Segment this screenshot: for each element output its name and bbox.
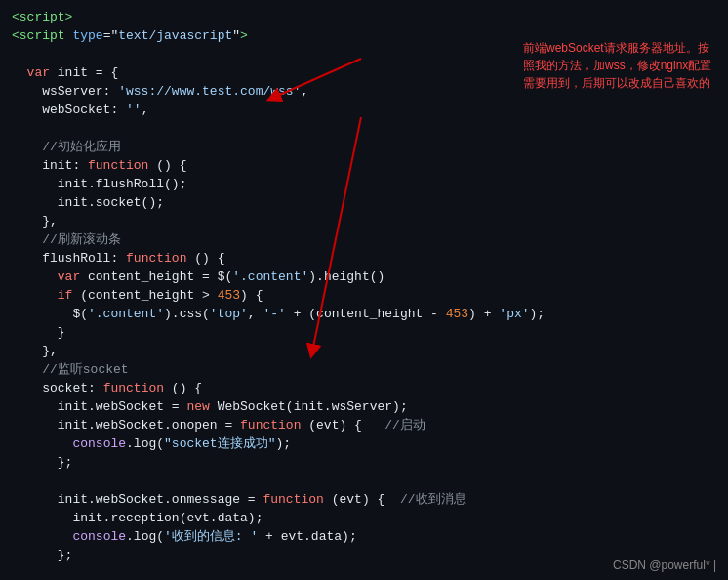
code-line: }, — [0, 342, 728, 360]
code-line: init.webSocket = new WebSocket(init.wsSe… — [0, 397, 728, 416]
code-line: //刷新滚动条 — [0, 230, 728, 249]
code-line: }; — [0, 453, 728, 472]
code-line: init: function () { — [0, 156, 728, 175]
code-line: init.webSocket.onopen = function (evt) {… — [0, 416, 728, 435]
watermark: CSDN @powerful* | — [613, 559, 716, 572]
code-line: webSocket: '', — [0, 101, 728, 119]
code-line — [0, 119, 728, 138]
code-line: $('.content').css('top', '-' + (content_… — [0, 305, 728, 323]
code-line: if (content_height > 453) { — [0, 286, 728, 305]
code-block: <script><script type="text/javascript"> … — [0, 8, 728, 580]
code-line: flushRoll: function () { — [0, 249, 728, 268]
code-line — [0, 472, 728, 490]
code-line: } — [0, 323, 728, 342]
code-line: //初始化应用 — [0, 138, 728, 156]
code-line: init.webSocket.onmessage = function (evt… — [0, 490, 728, 509]
annotation-text: 前端webSocket请求服务器地址。按照我的方法，加wss，修改nginx配置… — [523, 39, 718, 92]
code-line: console.log('收到的信息: ' + evt.data); — [0, 527, 728, 546]
code-line: //监听socket — [0, 360, 728, 379]
code-line: socket: function () { — [0, 379, 728, 397]
code-line: init.reception(evt.data); — [0, 509, 728, 527]
code-container: <script><script type="text/javascript"> … — [0, 0, 728, 580]
code-line: var content_height = $('.content').heigh… — [0, 268, 728, 286]
code-line: }, — [0, 212, 728, 230]
code-line: <script> — [0, 8, 728, 26]
code-line: console.log("socket连接成功"); — [0, 435, 728, 453]
code-line: init.flushRoll(); — [0, 175, 728, 193]
code-line: init.socket(); — [0, 193, 728, 212]
